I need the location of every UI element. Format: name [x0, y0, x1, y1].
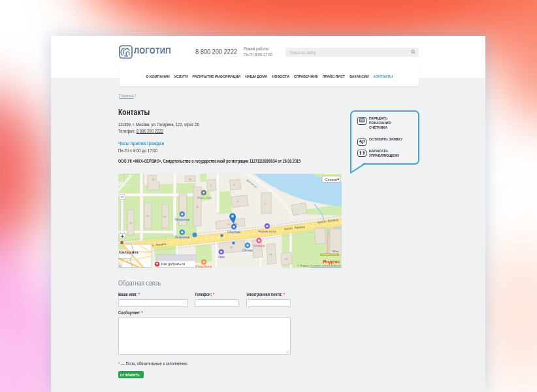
svg-text:45: 45: [196, 205, 199, 208]
svg-text:Схема: Схема: [325, 177, 337, 182]
svg-text:Music-Club: Music-Club: [197, 195, 212, 199]
svg-text:Пятёрочка: Пятёрочка: [175, 236, 190, 239]
svg-text:50 м: 50 м: [333, 249, 338, 252]
svg-text:41: 41: [163, 215, 167, 218]
svg-text:Черная кость: Черная кость: [258, 229, 277, 233]
svg-text:10: 10: [152, 178, 155, 181]
svg-text:47: 47: [227, 223, 231, 226]
svg-text:Пятёрочка: Пятёрочка: [175, 218, 190, 221]
svg-text:28: 28: [285, 257, 288, 261]
svg-text:© Яндекс Условия использования: © Яндекс Условия использования: [297, 264, 342, 267]
svg-text:шгузнастов: шгузнастов: [120, 257, 132, 259]
svg-text:Оптека: Оптека: [242, 249, 253, 252]
svg-text:37: 37: [129, 221, 133, 225]
svg-text:39: 39: [146, 214, 150, 218]
svg-text:Сбербанк: Сбербанк: [227, 230, 242, 233]
svg-text:7А: 7А: [188, 178, 191, 181]
svg-text:Pizza Roma: Pizza Roma: [196, 265, 212, 268]
svg-text:24: 24: [269, 253, 272, 256]
svg-text:26: 26: [230, 246, 233, 249]
svg-text:Балашиха: Балашиха: [120, 250, 139, 254]
svg-text:Аква: Аква: [218, 255, 225, 259]
svg-text:Sointera: Sointera: [253, 244, 265, 247]
svg-text:Как добраться: Как добраться: [161, 262, 185, 266]
